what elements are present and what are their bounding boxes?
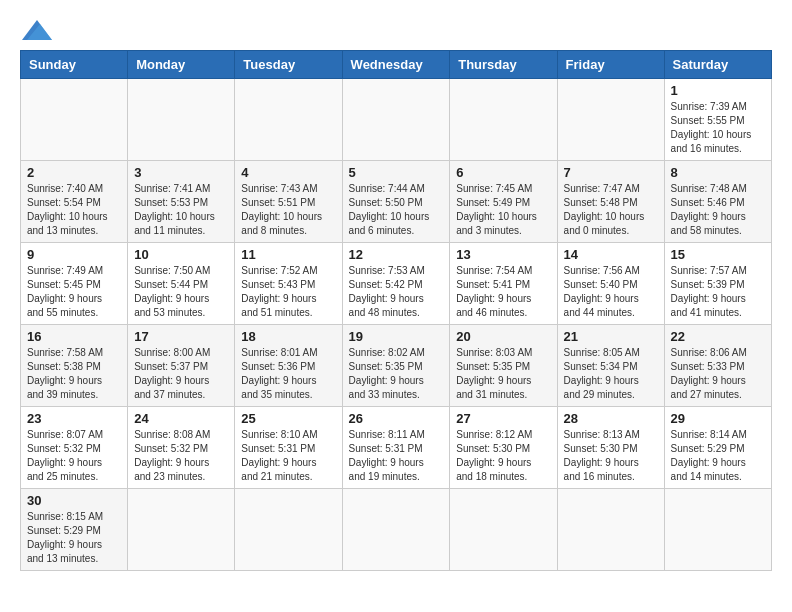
calendar-cell: 6Sunrise: 7:45 AM Sunset: 5:49 PM Daylig… <box>450 161 557 243</box>
weekday-header-friday: Friday <box>557 51 664 79</box>
day-info: Sunrise: 8:05 AM Sunset: 5:34 PM Dayligh… <box>564 346 658 402</box>
weekday-header-thursday: Thursday <box>450 51 557 79</box>
day-info: Sunrise: 7:49 AM Sunset: 5:45 PM Dayligh… <box>27 264 121 320</box>
day-number: 1 <box>671 83 765 98</box>
calendar-header-row: SundayMondayTuesdayWednesdayThursdayFrid… <box>21 51 772 79</box>
day-info: Sunrise: 7:58 AM Sunset: 5:38 PM Dayligh… <box>27 346 121 402</box>
day-number: 3 <box>134 165 228 180</box>
weekday-header-saturday: Saturday <box>664 51 771 79</box>
day-info: Sunrise: 7:45 AM Sunset: 5:49 PM Dayligh… <box>456 182 550 238</box>
day-number: 12 <box>349 247 444 262</box>
calendar-cell: 11Sunrise: 7:52 AM Sunset: 5:43 PM Dayli… <box>235 243 342 325</box>
calendar-cell: 3Sunrise: 7:41 AM Sunset: 5:53 PM Daylig… <box>128 161 235 243</box>
calendar-cell: 15Sunrise: 7:57 AM Sunset: 5:39 PM Dayli… <box>664 243 771 325</box>
calendar-cell: 24Sunrise: 8:08 AM Sunset: 5:32 PM Dayli… <box>128 407 235 489</box>
day-number: 17 <box>134 329 228 344</box>
day-number: 26 <box>349 411 444 426</box>
calendar-cell: 17Sunrise: 8:00 AM Sunset: 5:37 PM Dayli… <box>128 325 235 407</box>
day-info: Sunrise: 7:50 AM Sunset: 5:44 PM Dayligh… <box>134 264 228 320</box>
day-info: Sunrise: 8:00 AM Sunset: 5:37 PM Dayligh… <box>134 346 228 402</box>
calendar-cell: 12Sunrise: 7:53 AM Sunset: 5:42 PM Dayli… <box>342 243 450 325</box>
calendar-cell: 7Sunrise: 7:47 AM Sunset: 5:48 PM Daylig… <box>557 161 664 243</box>
day-info: Sunrise: 8:07 AM Sunset: 5:32 PM Dayligh… <box>27 428 121 484</box>
day-number: 8 <box>671 165 765 180</box>
calendar-cell: 9Sunrise: 7:49 AM Sunset: 5:45 PM Daylig… <box>21 243 128 325</box>
calendar-cell: 1Sunrise: 7:39 AM Sunset: 5:55 PM Daylig… <box>664 79 771 161</box>
calendar-cell: 20Sunrise: 8:03 AM Sunset: 5:35 PM Dayli… <box>450 325 557 407</box>
day-number: 25 <box>241 411 335 426</box>
day-info: Sunrise: 7:48 AM Sunset: 5:46 PM Dayligh… <box>671 182 765 238</box>
calendar-cell: 21Sunrise: 8:05 AM Sunset: 5:34 PM Dayli… <box>557 325 664 407</box>
calendar-cell <box>235 489 342 571</box>
day-info: Sunrise: 8:01 AM Sunset: 5:36 PM Dayligh… <box>241 346 335 402</box>
calendar-cell: 28Sunrise: 8:13 AM Sunset: 5:30 PM Dayli… <box>557 407 664 489</box>
day-number: 18 <box>241 329 335 344</box>
day-number: 21 <box>564 329 658 344</box>
calendar-cell: 26Sunrise: 8:11 AM Sunset: 5:31 PM Dayli… <box>342 407 450 489</box>
day-number: 10 <box>134 247 228 262</box>
day-number: 6 <box>456 165 550 180</box>
day-info: Sunrise: 7:53 AM Sunset: 5:42 PM Dayligh… <box>349 264 444 320</box>
day-number: 9 <box>27 247 121 262</box>
day-number: 22 <box>671 329 765 344</box>
logo <box>20 20 52 40</box>
day-info: Sunrise: 7:52 AM Sunset: 5:43 PM Dayligh… <box>241 264 335 320</box>
calendar-cell: 10Sunrise: 7:50 AM Sunset: 5:44 PM Dayli… <box>128 243 235 325</box>
day-number: 30 <box>27 493 121 508</box>
calendar-cell: 16Sunrise: 7:58 AM Sunset: 5:38 PM Dayli… <box>21 325 128 407</box>
weekday-header-tuesday: Tuesday <box>235 51 342 79</box>
calendar-week-5: 30Sunrise: 8:15 AM Sunset: 5:29 PM Dayli… <box>21 489 772 571</box>
calendar-cell: 14Sunrise: 7:56 AM Sunset: 5:40 PM Dayli… <box>557 243 664 325</box>
calendar-week-0: 1Sunrise: 7:39 AM Sunset: 5:55 PM Daylig… <box>21 79 772 161</box>
calendar-cell <box>557 79 664 161</box>
weekday-header-wednesday: Wednesday <box>342 51 450 79</box>
calendar-cell: 2Sunrise: 7:40 AM Sunset: 5:54 PM Daylig… <box>21 161 128 243</box>
day-info: Sunrise: 8:11 AM Sunset: 5:31 PM Dayligh… <box>349 428 444 484</box>
day-info: Sunrise: 7:44 AM Sunset: 5:50 PM Dayligh… <box>349 182 444 238</box>
day-number: 14 <box>564 247 658 262</box>
day-info: Sunrise: 7:39 AM Sunset: 5:55 PM Dayligh… <box>671 100 765 156</box>
calendar-cell: 30Sunrise: 8:15 AM Sunset: 5:29 PM Dayli… <box>21 489 128 571</box>
day-info: Sunrise: 8:03 AM Sunset: 5:35 PM Dayligh… <box>456 346 550 402</box>
day-number: 7 <box>564 165 658 180</box>
calendar-cell: 4Sunrise: 7:43 AM Sunset: 5:51 PM Daylig… <box>235 161 342 243</box>
calendar-week-1: 2Sunrise: 7:40 AM Sunset: 5:54 PM Daylig… <box>21 161 772 243</box>
calendar-cell <box>128 489 235 571</box>
day-info: Sunrise: 7:57 AM Sunset: 5:39 PM Dayligh… <box>671 264 765 320</box>
weekday-header-monday: Monday <box>128 51 235 79</box>
day-number: 27 <box>456 411 550 426</box>
calendar-cell: 23Sunrise: 8:07 AM Sunset: 5:32 PM Dayli… <box>21 407 128 489</box>
calendar-cell: 22Sunrise: 8:06 AM Sunset: 5:33 PM Dayli… <box>664 325 771 407</box>
day-number: 16 <box>27 329 121 344</box>
day-number: 20 <box>456 329 550 344</box>
weekday-header-sunday: Sunday <box>21 51 128 79</box>
calendar-cell <box>342 79 450 161</box>
page-header <box>20 20 772 40</box>
calendar-cell <box>342 489 450 571</box>
calendar-cell <box>557 489 664 571</box>
day-info: Sunrise: 8:06 AM Sunset: 5:33 PM Dayligh… <box>671 346 765 402</box>
logo-icon <box>22 20 52 40</box>
day-info: Sunrise: 7:47 AM Sunset: 5:48 PM Dayligh… <box>564 182 658 238</box>
calendar-cell <box>235 79 342 161</box>
calendar-week-2: 9Sunrise: 7:49 AM Sunset: 5:45 PM Daylig… <box>21 243 772 325</box>
day-info: Sunrise: 8:12 AM Sunset: 5:30 PM Dayligh… <box>456 428 550 484</box>
calendar-cell <box>450 489 557 571</box>
calendar-cell <box>21 79 128 161</box>
day-info: Sunrise: 7:54 AM Sunset: 5:41 PM Dayligh… <box>456 264 550 320</box>
day-number: 15 <box>671 247 765 262</box>
day-number: 2 <box>27 165 121 180</box>
day-number: 28 <box>564 411 658 426</box>
calendar-cell: 18Sunrise: 8:01 AM Sunset: 5:36 PM Dayli… <box>235 325 342 407</box>
calendar-cell <box>450 79 557 161</box>
day-info: Sunrise: 7:40 AM Sunset: 5:54 PM Dayligh… <box>27 182 121 238</box>
day-number: 29 <box>671 411 765 426</box>
calendar-week-4: 23Sunrise: 8:07 AM Sunset: 5:32 PM Dayli… <box>21 407 772 489</box>
day-info: Sunrise: 8:15 AM Sunset: 5:29 PM Dayligh… <box>27 510 121 566</box>
calendar-cell: 13Sunrise: 7:54 AM Sunset: 5:41 PM Dayli… <box>450 243 557 325</box>
calendar-cell: 27Sunrise: 8:12 AM Sunset: 5:30 PM Dayli… <box>450 407 557 489</box>
calendar-cell: 19Sunrise: 8:02 AM Sunset: 5:35 PM Dayli… <box>342 325 450 407</box>
day-info: Sunrise: 7:41 AM Sunset: 5:53 PM Dayligh… <box>134 182 228 238</box>
calendar-week-3: 16Sunrise: 7:58 AM Sunset: 5:38 PM Dayli… <box>21 325 772 407</box>
day-info: Sunrise: 7:56 AM Sunset: 5:40 PM Dayligh… <box>564 264 658 320</box>
